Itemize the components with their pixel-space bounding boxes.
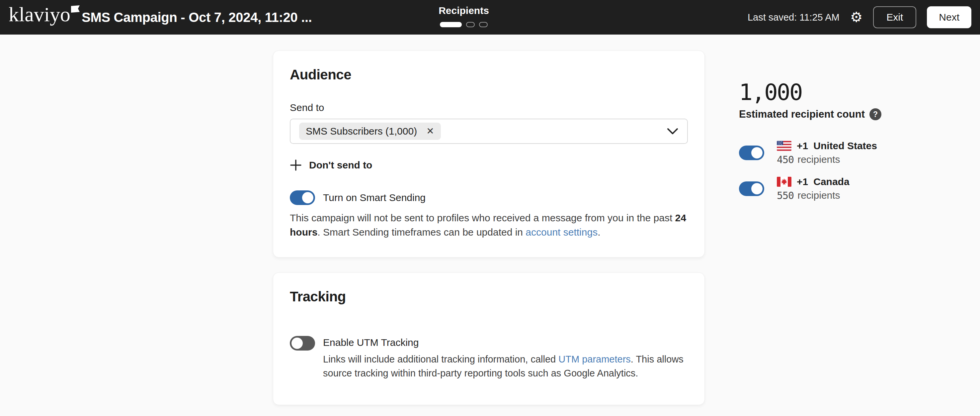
country-info: +1 United States 450 recipients <box>777 140 877 166</box>
klaviyo-logo-text: klaviyo <box>9 3 70 26</box>
canada-toggle[interactable] <box>739 182 764 196</box>
klaviyo-logo[interactable]: klaviyo <box>9 2 80 27</box>
estimated-count-label: Estimated recipient count <box>739 108 865 120</box>
country-dial-code: +1 <box>797 176 808 187</box>
utm-tracking-label: Enable UTM Tracking <box>323 337 688 348</box>
segment-chip-label: SMS Subscribers (1,000) <box>306 126 417 137</box>
audience-card: Audience Send to SMS Subscribers (1,000)… <box>273 51 705 258</box>
stepper-step-label: Recipients <box>438 5 490 16</box>
smart-sending-description: This campaign will not be sent to profil… <box>290 211 688 239</box>
klaviyo-flag-icon <box>71 5 80 13</box>
utm-description: Links will include additional tracking i… <box>323 352 688 380</box>
account-settings-link[interactable]: account settings <box>525 226 598 237</box>
main-content: Audience Send to SMS Subscribers (1,000)… <box>0 35 980 416</box>
united-states-toggle[interactable] <box>739 145 764 160</box>
smart-sending-toggle[interactable] <box>290 190 315 205</box>
tracking-card: Tracking Enable UTM Tracking Links will … <box>273 273 705 405</box>
utm-tracking-toggle[interactable] <box>290 336 315 351</box>
send-to-select[interactable]: SMS Subscribers (1,000) ✕ <box>290 119 688 144</box>
send-to-label: Send to <box>290 102 688 113</box>
last-saved-text: Last saved: 11:25 AM <box>748 12 840 23</box>
canada-flag-icon <box>777 177 791 187</box>
toggle-knob <box>291 338 303 349</box>
smart-sending-label: Turn on Smart Sending <box>323 192 426 203</box>
audience-heading: Audience <box>290 67 688 83</box>
stepper-pills <box>438 22 490 27</box>
segment-chip[interactable]: SMS Subscribers (1,000) ✕ <box>299 123 441 140</box>
country-recipient-unit: recipients <box>797 154 840 166</box>
dont-send-to-label: Don't send to <box>309 159 372 171</box>
dont-send-to-button[interactable]: Don't send to <box>290 159 688 171</box>
toggle-knob <box>751 147 762 158</box>
chip-remove-icon[interactable]: ✕ <box>426 127 434 136</box>
progress-stepper: Recipients <box>438 5 490 27</box>
utm-tracking-row: Enable UTM Tracking Links will include a… <box>290 336 688 380</box>
toggle-knob <box>302 192 313 203</box>
step-pill-recipients[interactable] <box>440 22 462 27</box>
country-row-canada: +1 Canada 550 recipients <box>739 176 965 201</box>
us-flag-icon <box>777 141 791 151</box>
smart-desc-mid: . Smart Sending timeframes can be update… <box>317 226 525 237</box>
next-button[interactable]: Next <box>927 6 971 28</box>
step-pill-2[interactable] <box>466 22 475 27</box>
country-name: Canada <box>813 176 849 187</box>
utm-text-block: Enable UTM Tracking Links will include a… <box>323 336 688 380</box>
toggle-knob <box>751 183 762 194</box>
chevron-down-icon <box>667 128 679 135</box>
campaign-title: SMS Campaign - Oct 7, 2024, 11:20 ... <box>82 10 312 25</box>
gear-icon[interactable]: ⚙ <box>850 10 863 24</box>
help-icon[interactable]: ? <box>869 108 881 120</box>
utm-desc-text: Links will include additional tracking i… <box>323 354 558 365</box>
country-row-united-states: +1 United States 450 recipients <box>739 140 965 166</box>
topbar: klaviyo SMS Campaign - Oct 7, 2024, 11:2… <box>0 0 980 35</box>
country-name: United States <box>813 140 877 151</box>
tracking-heading: Tracking <box>290 289 688 305</box>
step-pill-3[interactable] <box>479 22 488 27</box>
utm-parameters-link[interactable]: UTM parameters <box>558 354 631 365</box>
smart-desc-text: This campaign will not be sent to profil… <box>290 212 675 223</box>
estimated-count-label-row: Estimated recipient count ? <box>739 108 965 120</box>
country-list: +1 United States 450 recipients <box>739 140 965 201</box>
exit-button[interactable]: Exit <box>873 6 916 28</box>
country-recipient-count: 550 <box>777 190 794 201</box>
smart-desc-end: . <box>598 226 600 237</box>
country-info: +1 Canada 550 recipients <box>777 176 850 201</box>
country-recipient-unit: recipients <box>797 190 840 201</box>
recipient-summary-panel: 1,000 Estimated recipient count ? <box>739 81 965 201</box>
smart-sending-row: Turn on Smart Sending <box>290 190 688 205</box>
estimated-recipient-count: 1,000 <box>739 81 965 104</box>
country-recipient-count: 450 <box>777 154 794 166</box>
topbar-actions: Last saved: 11:25 AM ⚙ Exit Next <box>748 0 971 35</box>
plus-icon <box>290 159 302 171</box>
country-dial-code: +1 <box>797 140 808 151</box>
